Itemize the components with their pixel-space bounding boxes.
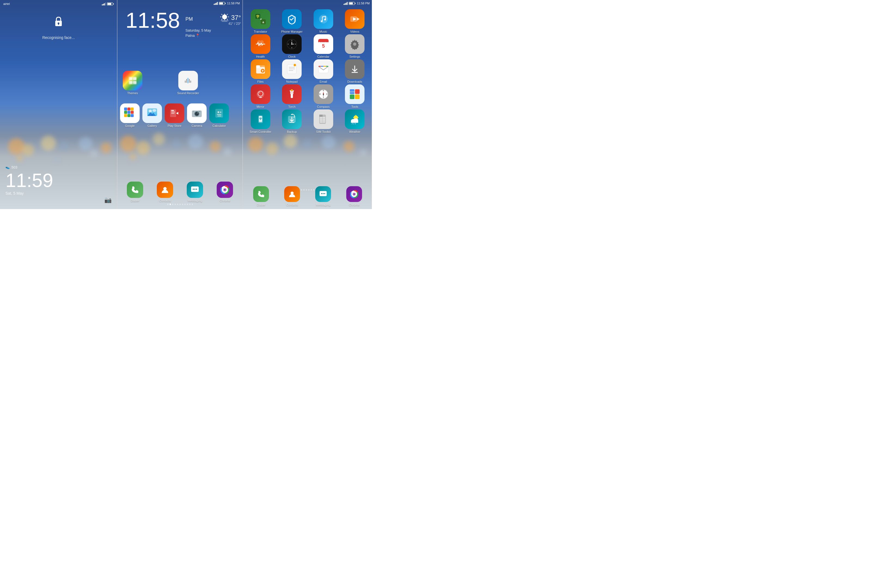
files-icon [251, 59, 270, 79]
carrier-name: airtel [3, 2, 102, 6]
contacts-icon-right [284, 186, 300, 202]
backup-label: Backup [287, 130, 297, 134]
svg-marker-146 [320, 115, 322, 117]
steps-info: 👟 503 [6, 165, 53, 170]
page-dot-4 [177, 204, 178, 205]
page-dot-10 [192, 204, 193, 205]
dock-contacts-left[interactable]: Contacts [157, 182, 173, 202]
chrome-icon-left [217, 182, 233, 198]
dialler-label-left: Dialler [130, 199, 139, 202]
backup-icon [282, 110, 302, 129]
svg-rect-137 [355, 94, 360, 99]
svg-rect-107 [318, 66, 328, 73]
dock-dialler-left[interactable]: Dialler [127, 182, 143, 202]
calendar-icon: Saturday 5 [314, 34, 333, 54]
svg-line-161 [355, 123, 356, 124]
svg-marker-45 [176, 112, 178, 115]
svg-rect-32 [128, 114, 130, 117]
chrome-icon-right [346, 186, 362, 202]
app-weather[interactable]: Weather [340, 110, 370, 134]
app-notepad[interactable]: Notepad [277, 59, 308, 83]
calculator-label: Calculator [212, 124, 226, 128]
app-tools[interactable]: SOS Tools [340, 84, 370, 108]
app-smart-controller[interactable]: Smart Controller [245, 110, 276, 134]
themes-label: Themes [127, 92, 138, 95]
signal-icon [102, 2, 106, 6]
app-calendar[interactable]: Saturday 5 Calendar [308, 34, 339, 58]
app-gallery[interactable]: Gallery [142, 104, 162, 128]
mirror-icon [251, 84, 270, 104]
lock-screen: airtel Recognising face... [0, 0, 117, 209]
svg-rect-33 [130, 114, 134, 117]
translator-label: Translator [254, 30, 267, 33]
svg-rect-111 [326, 66, 328, 67]
dock-messaging-right[interactable]: Messaging [315, 186, 331, 206]
svg-point-68 [224, 189, 226, 191]
dock-contacts-right[interactable]: Contacts [284, 186, 300, 206]
play-store-label: Play Store [168, 124, 182, 128]
app-google[interactable]: Google [120, 104, 140, 128]
app-health[interactable]: Health [245, 34, 276, 58]
svg-text:E: E [326, 93, 327, 95]
dock-dialler-right[interactable]: Dialler [253, 186, 269, 206]
themes-icon [123, 71, 142, 90]
svg-point-62 [193, 189, 194, 190]
music-icon [314, 9, 333, 29]
svg-rect-158 [351, 121, 358, 123]
recognizing-text: Recognising face... [42, 35, 75, 40]
sound-recorder-label: Sound Recorder [177, 92, 199, 95]
svg-rect-135 [355, 89, 360, 94]
svg-rect-44 [171, 113, 174, 114]
app-phone-manager[interactable]: Phone Manager [277, 9, 308, 33]
compass-label: Compass [317, 105, 330, 108]
app-videos[interactable]: Videos [340, 9, 370, 33]
svg-rect-109 [321, 66, 323, 67]
translator-icon: 字 a [251, 9, 270, 29]
svg-rect-28 [124, 111, 127, 114]
app-sound-recorder[interactable]: Sound Recorder [177, 71, 199, 95]
page-dot-2 [172, 204, 173, 205]
contacts-label-left: Contacts [159, 199, 171, 202]
svg-point-63 [194, 189, 195, 190]
app-camera[interactable]: Camera [187, 104, 207, 128]
app-downloads[interactable]: Downloads [340, 59, 370, 83]
app-email[interactable]: Email [308, 59, 339, 83]
tools-icon: SOS [345, 84, 364, 104]
page-dot-5 [179, 204, 181, 205]
app-themes[interactable]: Themes [123, 71, 142, 95]
app-clock[interactable]: Clock [277, 34, 308, 58]
app-settings[interactable]: Settings [340, 34, 370, 58]
app-translator[interactable]: 字 a Translator [245, 9, 276, 33]
app-compass[interactable]: N S E W Compass [308, 84, 339, 108]
dock-chrome-left[interactable]: Chrome [217, 182, 233, 202]
svg-point-123 [291, 89, 293, 91]
svg-point-166 [324, 193, 325, 194]
app-torch[interactable]: Torch [277, 84, 308, 108]
clock-icon [282, 34, 302, 54]
svg-rect-31 [124, 114, 127, 117]
messaging-icon-right [315, 186, 331, 202]
svg-point-36 [148, 110, 152, 112]
svg-rect-21 [186, 79, 187, 83]
dock-messaging-left[interactable]: Messaging [187, 182, 203, 202]
svg-rect-140 [259, 116, 262, 122]
app-music[interactable]: Music [308, 9, 339, 33]
svg-rect-52 [198, 111, 200, 112]
app-calculator[interactable]: Calculator [209, 104, 229, 128]
dock-left: Dialler Contacts Messaging [117, 182, 243, 202]
signal-icon-home-left [214, 2, 218, 5]
gallery-icon [142, 104, 162, 123]
app-sim-toolkit[interactable]: SIM Toolkit [308, 110, 339, 134]
dock-chrome-right[interactable]: Chrome [346, 186, 362, 206]
app-play-store[interactable]: Play Store [165, 104, 184, 128]
svg-rect-16 [133, 77, 136, 80]
camera-shortcut-icon[interactable]: 📷 [104, 196, 112, 204]
svg-rect-18 [133, 81, 136, 84]
google-icon [120, 104, 140, 123]
lock-status-bar: airtel [0, 0, 117, 8]
app-mirror[interactable]: Mirror [245, 84, 276, 108]
phone-manager-label: Phone Manager [281, 30, 303, 33]
app-backup[interactable]: Backup [277, 110, 308, 134]
app-files[interactable]: Files [245, 59, 276, 83]
svg-point-165 [322, 193, 324, 194]
